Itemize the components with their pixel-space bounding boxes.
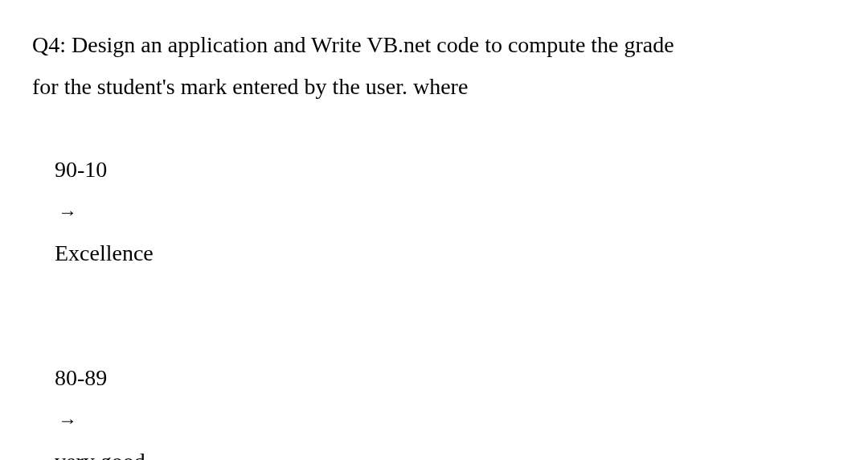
arrow-icon: →: [55, 409, 80, 431]
grade-range: 90-10: [55, 157, 107, 182]
document-page: Q4: Design an application and Write VB.n…: [0, 0, 868, 460]
arrow-icon: →: [55, 201, 80, 223]
grade-row-0: 90-10 → Excellence: [32, 108, 844, 316]
grade-range: 80-89: [55, 365, 107, 390]
grade-label: Excellence: [55, 240, 154, 265]
question-line-1: Q4: Design an application and Write VB.n…: [32, 24, 844, 66]
grade-row-1: 80-89 → very good: [32, 316, 844, 460]
question-line-2: for the student's mark entered by the us…: [32, 66, 844, 108]
grade-label: very good: [55, 449, 145, 460]
